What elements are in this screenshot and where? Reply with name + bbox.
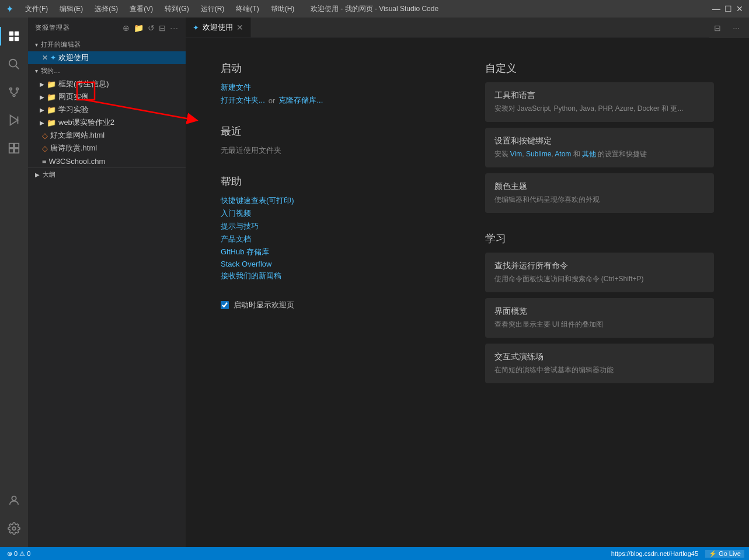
tools-card-title: 工具和语言 [494, 90, 705, 101]
settings-card[interactable]: 设置和按键绑定 安装 Vim, Sublime, Atom 和 其他 的设置和快… [485, 128, 715, 167]
show-on-startup-checkbox[interactable] [221, 301, 229, 309]
help-link-shortcuts[interactable]: 快捷键速查表(可打印) [221, 195, 450, 206]
welcome-help-title: 帮助 [221, 174, 450, 188]
activity-extensions[interactable] [0, 134, 28, 162]
project-section[interactable]: ▾ 我的... [28, 64, 186, 78]
welcome-start-title: 启动 [221, 61, 450, 75]
file-item-w3cschool[interactable]: ≡ W3CSchool.chm [28, 155, 186, 167]
folder-item-jiakao[interactable]: ▶ 📁 框架(考生信息) [28, 78, 186, 90]
welcome-right-col: 自定义 工具和语言 安装对 JavaScript, Python, Java, … [485, 61, 715, 524]
settings-link-vim[interactable]: Vim [510, 150, 522, 158]
folder-name-weblab: web课实验作业2 [58, 117, 114, 128]
help-link-videos[interactable]: 入门视频 [221, 208, 450, 219]
svg-rect-13 [9, 144, 13, 148]
activity-source-control[interactable] [0, 78, 28, 106]
open-editors-section[interactable]: ▾ 打开的编辑器 [28, 38, 186, 51]
svg-marker-11 [11, 116, 18, 125]
welcome-open-folder-link[interactable]: 打开文件夹... [221, 95, 265, 106]
status-golive[interactable]: ⚡ Go Live [705, 550, 744, 558]
close-button[interactable]: ✕ [736, 5, 743, 12]
svg-rect-2 [9, 32, 13, 36]
folder-item-learning[interactable]: ▶ 📁 学习实验 [28, 103, 186, 116]
activity-run[interactable] [0, 106, 28, 134]
open-editors-label: 打开的编辑器 [41, 40, 81, 49]
more-actions-icon[interactable]: ··· [728, 20, 744, 36]
tab-welcome-label: 欢迎使用 [203, 22, 233, 33]
tab-welcome[interactable]: ✦ 欢迎使用 ✕ [186, 18, 251, 37]
svg-rect-16 [15, 149, 19, 153]
help-link-docs[interactable]: 产品文档 [221, 234, 450, 244]
welcome-start-section: 启动 新建文件 打开文件夹... or 克隆存储库... [221, 61, 450, 106]
more-options-icon[interactable]: ··· [170, 23, 179, 33]
activity-settings[interactable] [0, 514, 28, 542]
chm-file-icon: ≡ [42, 157, 47, 166]
menu-file[interactable]: 文件(F) [20, 3, 53, 15]
folder-item-weblab[interactable]: ▶ 📁 web课实验作业2 [28, 116, 186, 129]
split-editor-icon[interactable]: ⊟ [709, 20, 726, 36]
tab-close-button[interactable]: ✕ [236, 23, 243, 32]
settings-link-other[interactable]: 其他 [582, 150, 596, 158]
help-link-newsletter[interactable]: 接收我们的新闻稿 [221, 271, 450, 281]
outline-label: 大纲 [43, 170, 56, 179]
activity-account[interactable] [0, 487, 28, 514]
status-bar: ⊗ 0 ⚠ 0 https://blog.csdn.net/Hartlog45 … [0, 547, 749, 560]
menu-run[interactable]: 运行(R) [196, 3, 229, 15]
golive-icon: ⚡ [709, 550, 717, 558]
welcome-new-file-row: 新建文件 [221, 82, 450, 93]
welcome-clone-repo-link[interactable]: 克隆存储库... [278, 95, 323, 106]
menu-view[interactable]: 查看(V) [125, 3, 158, 15]
command-card[interactable]: 查找并运行所有命令 使用命令面板快速访问和搜索命令 (Ctrl+Shift+P) [485, 253, 715, 292]
settings-link-atom[interactable]: Atom [555, 150, 571, 158]
status-right: https://blog.csdn.net/Hartlog45 ⚡ Go Liv… [609, 550, 744, 558]
menu-edit[interactable]: 编辑(E) [55, 3, 88, 15]
help-link-stackoverflow[interactable]: Stack Overflow [221, 260, 450, 268]
help-link-tips[interactable]: 提示与技巧 [221, 221, 450, 232]
maximize-button[interactable]: ☐ [724, 5, 731, 12]
interactive-card[interactable]: 交互式演练场 在简短的演练中尝试基本的编辑器功能 [485, 344, 715, 383]
html-file-icon: ◇ [42, 131, 48, 140]
interface-card[interactable]: 界面概览 查看突出显示主要 UI 组件的叠加图 [485, 298, 715, 338]
file-item-tangshi[interactable]: ◇ 唐诗欣赏.html [28, 142, 186, 155]
status-errors[interactable]: ⊗ 0 ⚠ 0 [5, 550, 33, 558]
folder-chevron-icon-3: ▶ [40, 107, 44, 113]
file-item-goodarticle[interactable]: ◇ 好文章网站.html [28, 129, 186, 142]
outline-section[interactable]: ▶ 大纲 [28, 167, 186, 181]
activity-explorer[interactable] [0, 22, 28, 50]
refresh-icon[interactable]: ↺ [148, 23, 155, 33]
welcome-tab-logo-icon: ✦ [50, 54, 56, 62]
help-link-github[interactable]: GitHub 存储库 [221, 247, 450, 257]
theme-card[interactable]: 颜色主题 使编辑器和代码呈现你喜欢的外观 [485, 173, 715, 213]
html-file-icon-2: ◇ [42, 144, 48, 153]
status-url[interactable]: https://blog.csdn.net/Hartlog45 [609, 550, 701, 557]
activity-bottom [0, 487, 28, 547]
close-file-icon[interactable]: ✕ [42, 54, 48, 62]
collapse-all-icon[interactable]: ⊟ [159, 23, 166, 33]
theme-card-desc: 使编辑器和代码呈现你喜欢的外观 [494, 194, 705, 205]
project-chevron: ▾ [35, 68, 39, 74]
menu-help[interactable]: 帮助(H) [266, 3, 299, 15]
error-icon: ⊗ [7, 550, 12, 558]
settings-desc-prefix: 安装 [494, 150, 510, 158]
tools-card[interactable]: 工具和语言 安装对 JavaScript, Python, Java, PHP,… [485, 82, 715, 122]
menu-select[interactable]: 选择(S) [90, 3, 123, 15]
new-folder-icon[interactable]: 📁 [134, 23, 144, 33]
minimize-button[interactable]: — [713, 5, 720, 12]
outline-chevron: ▶ [35, 172, 40, 178]
welcome-page: 启动 新建文件 打开文件夹... or 克隆存储库... 最近 无最 [186, 38, 749, 547]
editor-header: ✦ 欢迎使用 ✕ ⊟ ··· [186, 18, 749, 38]
folder-icon-3: 📁 [47, 106, 56, 114]
settings-link-sublime[interactable]: Sublime [526, 150, 551, 158]
activity-search[interactable] [0, 50, 28, 78]
interface-card-desc: 查看突出显示主要 UI 组件的叠加图 [494, 319, 705, 330]
svg-rect-3 [15, 32, 19, 36]
welcome-learn-section: 学习 查找并运行所有命令 使用命令面板快速访问和搜索命令 (Ctrl+Shift… [485, 232, 715, 383]
sidebar-header: 资源管理器 ⊕ 📁 ↺ ⊟ ··· [28, 18, 186, 38]
folder-item-webexample[interactable]: ▶ 📁 网页实例 [28, 90, 186, 103]
editor-header-actions: ⊟ ··· [709, 20, 749, 36]
welcome-help-section: 帮助 快捷键速查表(可打印) 入门视频 提示与技巧 产品文档 GitHub 存储… [221, 174, 450, 281]
menu-terminal[interactable]: 终端(T) [231, 3, 263, 15]
welcome-new-file-link[interactable]: 新建文件 [221, 82, 251, 93]
open-file-welcome[interactable]: ✕ ✦ 欢迎使用 [28, 51, 186, 64]
new-file-icon[interactable]: ⊕ [123, 23, 130, 33]
menu-goto[interactable]: 转到(G) [160, 3, 193, 15]
